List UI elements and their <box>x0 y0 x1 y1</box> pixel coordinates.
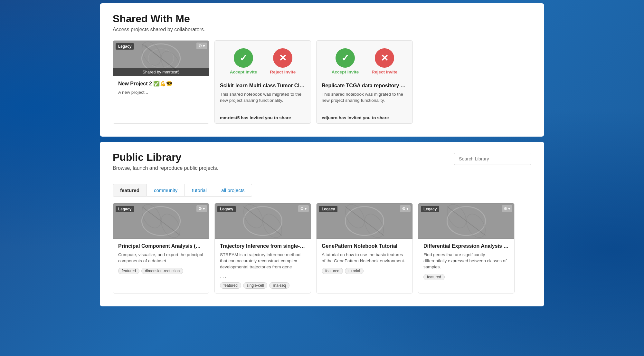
lib-card-description-0: Compute, visualize, and export the princ… <box>118 252 204 264</box>
reject-invite-button-1[interactable]: ✕ Reject Invite <box>270 48 296 74</box>
library-card-0[interactable]: Legacy ⚙ ▾ Principal Component Analysis … <box>113 203 209 293</box>
tag-single-cell-1: single-cell <box>243 282 267 289</box>
reject-label-2: Reject Invite <box>372 70 397 74</box>
tag-dimension-reduction-0: dimension-reduction <box>141 268 183 274</box>
search-library-input[interactable] <box>454 153 531 165</box>
lib-gear-icon-1: ⚙ <box>300 206 304 211</box>
lib-card-tags-2: featured tutorial <box>322 268 407 274</box>
card-description-0: A new project... <box>118 89 204 95</box>
accept-invite-button-2[interactable]: ✓ Accept Invite <box>332 48 359 74</box>
library-header-left: Public Library Browse, launch and reprod… <box>113 151 218 179</box>
lib-card-body-1: Trajectory Inference from single-c... ST… <box>215 239 311 293</box>
accept-label-2: Accept Invite <box>332 70 359 74</box>
filter-tab-tutorial[interactable]: tutorial <box>185 184 214 197</box>
shared-project-card-0[interactable]: Legacy ⚙ ▾ Shared by mmrtest5 New Projec… <box>113 40 209 124</box>
lib-card-description-1: STREAM is a trajectory inference method … <box>220 252 306 270</box>
card-body-0: New Project 2 ✅💪😎 A new project... <box>113 76 209 104</box>
invite-buttons-1: ✓ Accept Invite ✕ Reject Invite <box>215 41 311 80</box>
public-library-section: Public Library Browse, launch and reprod… <box>100 142 544 306</box>
lib-legacy-badge-2: Legacy <box>319 206 337 212</box>
lib-gear-button-1[interactable]: ⚙ ▾ <box>298 205 309 212</box>
shared-with-me-title: Shared With Me <box>113 13 531 25</box>
lib-card-image-2: Legacy ⚙ ▾ <box>317 203 412 239</box>
lib-card-tags-0: featured dimension-reduction <box>118 268 204 274</box>
lib-chevron-icon-0: ▾ <box>203 206 205 211</box>
card-title-0: New Project 2 ✅💪😎 <box>118 81 204 87</box>
lib-chevron-icon-2: ▾ <box>406 206 409 211</box>
lib-legacy-badge-0: Legacy <box>116 206 134 212</box>
lib-card-description-3: Find genes that are significantly differ… <box>423 252 509 270</box>
tag-featured-3: featured <box>423 274 445 280</box>
filter-tab-all-projects[interactable]: all projects <box>214 184 252 197</box>
legacy-badge-0: Legacy <box>116 43 134 50</box>
public-library-subtitle: Browse, launch and reproduce public proj… <box>113 165 218 171</box>
invite-card-body-1: Scikit-learn Multi-class Tumor Cla... Th… <box>215 80 311 112</box>
tag-tutorial-2: tutorial <box>345 268 364 274</box>
card-image-0: Legacy ⚙ ▾ Shared by mmrtest5 <box>113 41 209 76</box>
library-card-2[interactable]: Legacy ⚙ ▾ GenePattern Notebook Tutorial… <box>316 203 413 293</box>
lib-gear-button-2[interactable]: ⚙ ▾ <box>400 205 411 212</box>
lib-card-title-1: Trajectory Inference from single-c... <box>220 243 306 249</box>
lib-card-title-2: GenePattern Notebook Tutorial <box>322 243 407 249</box>
filter-tab-community[interactable]: community <box>147 184 185 197</box>
public-library-title: Public Library <box>113 151 218 163</box>
lib-chevron-icon-1: ▾ <box>305 206 307 211</box>
filter-tab-featured[interactable]: featured <box>113 184 147 197</box>
lib-card-body-3: Differential Expression Analysis - ... F… <box>418 239 514 285</box>
lib-card-image-3: Legacy ⚙ ▾ <box>418 203 514 239</box>
invite-buttons-2: ✓ Accept Invite ✕ Reject Invite <box>317 41 412 80</box>
invite-card-title-2: Replicate TCGA data repository w... <box>322 83 407 89</box>
reject-icon-1: ✕ <box>273 48 292 68</box>
filter-tabs: featured community tutorial all projects <box>113 184 531 197</box>
library-header: Public Library Browse, launch and reprod… <box>113 151 531 179</box>
lib-legacy-badge-3: Legacy <box>421 206 439 212</box>
invite-footer-2: edjuaro has invited you to share <box>317 112 412 123</box>
lib-card-body-2: GenePattern Notebook Tutorial A tutorial… <box>317 239 412 279</box>
lib-card-image-0: Legacy ⚙ ▾ <box>113 203 209 239</box>
accept-invite-button-1[interactable]: ✓ Accept Invite <box>230 48 257 74</box>
invite-card-body-2: Replicate TCGA data repository w... This… <box>317 80 412 112</box>
accept-icon-2: ✓ <box>336 48 355 68</box>
lib-card-title-0: Principal Component Analysis (PCA) <box>118 243 204 249</box>
lib-card-title-3: Differential Expression Analysis - ... <box>423 243 509 249</box>
lib-gear-icon-0: ⚙ <box>198 206 202 211</box>
accept-icon-1: ✓ <box>234 48 253 68</box>
invite-footer-1: mmrtest5 has invited you to share <box>215 112 311 123</box>
library-cards-grid: Legacy ⚙ ▾ Principal Component Analysis … <box>113 203 531 293</box>
reject-label-1: Reject Invite <box>270 70 296 74</box>
invite-card-1: ✓ Accept Invite ✕ Reject Invite Scikit-l… <box>214 40 311 124</box>
library-card-1[interactable]: Legacy ⚙ ▾ Trajectory Inference from sin… <box>214 203 311 293</box>
lib-card-body-0: Principal Component Analysis (PCA) Compu… <box>113 239 209 279</box>
lib-card-description-2: A tutorial on how to use the basic featu… <box>322 252 407 264</box>
reject-invite-button-2[interactable]: ✕ Reject Invite <box>372 48 397 74</box>
lib-gear-icon-3: ⚙ <box>504 206 507 211</box>
lib-card-tags-1: featured single-cell rna-seq <box>220 282 306 289</box>
lib-card-image-1: Legacy ⚙ ▾ <box>215 203 311 239</box>
more-dots-1: ··· <box>220 274 306 281</box>
invite-card-2: ✓ Accept Invite ✕ Reject Invite Replicat… <box>316 40 413 124</box>
tag-featured-1: featured <box>220 282 241 289</box>
lib-legacy-badge-1: Legacy <box>217 206 236 212</box>
lib-chevron-icon-3: ▾ <box>508 206 510 211</box>
invite-card-desc-1: This shared notebook was migrated to the… <box>220 91 306 103</box>
invite-card-title-1: Scikit-learn Multi-class Tumor Cla... <box>220 83 306 89</box>
gear-icon-0: ⚙ <box>198 43 202 48</box>
lib-gear-button-3[interactable]: ⚙ ▾ <box>502 205 512 212</box>
gear-button-0[interactable]: ⚙ ▾ <box>196 43 207 49</box>
lib-gear-button-0[interactable]: ⚙ ▾ <box>196 205 207 212</box>
reject-icon-2: ✕ <box>375 48 394 68</box>
lib-gear-icon-2: ⚙ <box>402 206 406 211</box>
chevron-icon-0: ▾ <box>203 43 205 48</box>
shared-with-me-subtitle: Access projects shared by collaborators. <box>113 27 531 33</box>
shared-by-0: Shared by mmrtest5 <box>113 68 209 76</box>
shared-with-me-section: Shared With Me Access projects shared by… <box>100 3 544 137</box>
tag-featured-0: featured <box>118 268 139 274</box>
library-card-3[interactable]: Legacy ⚙ ▾ Differential Expression Analy… <box>418 203 515 293</box>
accept-label-1: Accept Invite <box>230 70 257 74</box>
shared-cards-grid: Legacy ⚙ ▾ Shared by mmrtest5 New Projec… <box>113 40 531 124</box>
lib-card-tags-3: featured <box>423 274 509 280</box>
invite-card-desc-2: This shared notebook was migrated to the… <box>322 91 407 103</box>
tag-featured-2: featured <box>322 268 343 274</box>
tag-rna-seq-1: rna-seq <box>269 282 289 289</box>
